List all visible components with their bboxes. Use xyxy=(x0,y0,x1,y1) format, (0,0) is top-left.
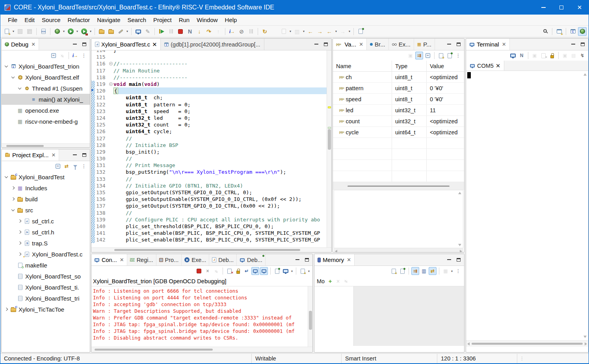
skip-breakpoints-button[interactable]: ⊘ xyxy=(237,27,246,36)
scroll-lock-button[interactable] xyxy=(234,267,242,275)
tab-problems[interactable]: Pro... xyxy=(156,254,182,266)
monitors-list[interactable] xyxy=(314,286,354,346)
maximize-view-button[interactable] xyxy=(305,258,309,262)
previous-edit-location-button[interactable]: ← xyxy=(306,27,315,36)
tab-project-explorer[interactable]: Project Expl... ✕ xyxy=(2,149,59,161)
code-editor[interactable]: 114}115116−//----------------------117//… xyxy=(91,50,331,253)
project-tree-item[interactable]: src xyxy=(2,204,90,215)
terminate-button[interactable] xyxy=(176,27,185,36)
chevron-right-icon[interactable] xyxy=(17,242,23,244)
maximize-view-button[interactable] xyxy=(581,43,585,46)
new-rendering-button[interactable]: ▥ xyxy=(420,267,428,275)
code-line[interactable]: ▶120{ xyxy=(91,87,331,94)
open-console-button[interactable]: + xyxy=(299,267,307,275)
external-tools-button-dropdown[interactable]: ▾ xyxy=(89,30,93,33)
view-menu-button[interactable]: ⋮ xyxy=(80,162,88,170)
close-tab-icon[interactable]: ✕ xyxy=(347,257,351,263)
menu-run[interactable]: Run xyxy=(175,15,193,24)
column-type[interactable]: Type xyxy=(392,61,427,71)
debug-button-dropdown[interactable]: ▾ xyxy=(62,30,66,33)
code-line[interactable]: 121 uint8_t ch; xyxy=(91,94,331,101)
debug-tree-item[interactable]: ▦riscv-none-embed-g xyxy=(2,116,90,127)
connect-button[interactable]: N xyxy=(518,52,526,59)
project-tree-item[interactable]: .hsd_ctrl.h xyxy=(2,227,90,238)
remove-launch-button[interactable]: × xyxy=(204,267,212,275)
minimize-view-button[interactable] xyxy=(73,154,77,156)
search-button[interactable] xyxy=(541,27,550,36)
scroll-up-icon[interactable] xyxy=(583,73,587,76)
pin-console-button[interactable] xyxy=(273,267,281,275)
project-tree-item[interactable]: Xyloni_BoardTest_ti. xyxy=(2,282,90,293)
view-menu-button[interactable]: ⋮ xyxy=(80,52,88,59)
variable-row[interactable]: (x)=speeduint8_t0 '¥0' xyxy=(333,94,464,105)
terminal-settings-button[interactable]: ↯ xyxy=(578,52,586,59)
tab-peripherals[interactable]: ▦P... xyxy=(414,39,435,50)
tab-executables[interactable]: Exe... xyxy=(182,254,209,266)
last-edit-button-dropdown[interactable]: ▾ xyxy=(288,30,292,33)
tab-registers[interactable]: 10100101Regi... xyxy=(127,254,156,266)
chevron-down-icon[interactable] xyxy=(17,88,23,89)
column-value[interactable]: Value xyxy=(427,61,464,71)
close-tab-icon[interactable]: ✕ xyxy=(120,257,124,263)
debug-perspective-button[interactable] xyxy=(578,27,587,36)
program-flash-button[interactable] xyxy=(116,27,125,36)
show-stderr-button[interactable] xyxy=(260,267,268,275)
variable-detail-pane[interactable] xyxy=(334,190,463,248)
layout-button-dropdown[interactable]: ▾ xyxy=(450,269,454,273)
debug-tree-item[interactable]: ≡main() at Xyloni_ xyxy=(2,94,90,105)
code-line[interactable]: 135 gpio_setOutput(SYSTEM_GPIO_0_IO_CTRL… xyxy=(91,189,331,196)
project-tree-item[interactable]: build xyxy=(2,193,90,204)
scroll-lock-button[interactable] xyxy=(548,52,556,59)
new-wizard-button[interactable]: + xyxy=(2,27,11,36)
project-tree-item[interactable]: makefile xyxy=(2,260,90,271)
variable-row[interactable]: (x)=chuint8_t<optimized xyxy=(333,72,464,83)
variable-row[interactable]: (x)=patternuint8_t0 '¥0' xyxy=(333,83,464,94)
debug-tree-item[interactable]: ▦openocd.exe xyxy=(2,105,90,116)
tab-gdb-disassembly[interactable]: c (gdb[1].proc[42000].threadGroup[... xyxy=(161,39,264,50)
annotation-button[interactable]: ✎ xyxy=(143,27,152,36)
menu-source[interactable]: Source xyxy=(38,15,64,24)
build-button-dropdown[interactable]: ▾ xyxy=(302,30,306,33)
terminal-hscrollbar[interactable] xyxy=(466,340,588,347)
chevron-down-icon[interactable] xyxy=(10,210,16,211)
tab-terminal[interactable]: Terminal ✕ xyxy=(466,39,510,50)
code-line[interactable]: 125 uint32_t count = 0; xyxy=(91,121,331,128)
new-watch-expression-button[interactable]: + xyxy=(437,52,445,59)
binary-file-button[interactable]: 010 xyxy=(39,27,48,36)
close-tab-icon[interactable]: ✕ xyxy=(52,152,56,158)
code-line[interactable]: 117// Main Routine xyxy=(91,67,331,74)
minimize-view-button[interactable] xyxy=(314,44,318,45)
open-terminal-button[interactable] xyxy=(509,52,517,59)
maximize-button[interactable] xyxy=(552,0,570,15)
code-line[interactable]: 138 // xyxy=(91,210,331,216)
run-button-dropdown[interactable]: ▾ xyxy=(75,30,79,33)
display-selected-console-button[interactable] xyxy=(282,267,290,275)
column-name[interactable]: Name xyxy=(333,61,392,71)
chevron-down-icon[interactable] xyxy=(3,66,9,67)
collapse-all-button[interactable]: − xyxy=(50,52,58,59)
chevron-down-icon[interactable] xyxy=(10,77,16,78)
menu-refactor[interactable]: Refactor xyxy=(64,15,94,24)
code-line[interactable]: 115 xyxy=(91,54,331,60)
instruction-stepping-button[interactable]: i→ xyxy=(228,27,236,36)
external-tools-button[interactable] xyxy=(80,27,88,36)
open-console-button-dropdown[interactable]: ▾ xyxy=(307,269,311,273)
minimize-view-button[interactable] xyxy=(447,259,451,260)
view-menu-button[interactable]: ⋮ xyxy=(454,52,462,59)
debug-hscrollbar[interactable] xyxy=(2,143,90,147)
close-tab-icon[interactable]: ✕ xyxy=(496,63,500,69)
tab-breakpoints[interactable]: Br... xyxy=(367,39,389,50)
tab-debugj-4[interactable]: JDeb... xyxy=(209,254,237,266)
scroll-down-icon[interactable] xyxy=(458,244,461,246)
project-tree-item[interactable]: Xyloni_BoardTest_tri xyxy=(2,293,90,304)
status-overflow-icon[interactable]: ⋮ xyxy=(517,356,527,361)
maximize-view-button[interactable] xyxy=(82,153,86,157)
filter-button[interactable] xyxy=(71,162,79,170)
run-button[interactable] xyxy=(66,27,75,36)
open-perspective-button[interactable]: + xyxy=(555,27,563,36)
maximize-view-button[interactable] xyxy=(457,43,461,46)
variable-row[interactable]: (x)=countuint32_t<optimized xyxy=(333,116,464,127)
disconnect-button[interactable]: N xyxy=(186,27,194,36)
terminal-output[interactable] xyxy=(466,71,588,340)
code-line[interactable]: 128 // Initialize BSP xyxy=(91,142,331,149)
